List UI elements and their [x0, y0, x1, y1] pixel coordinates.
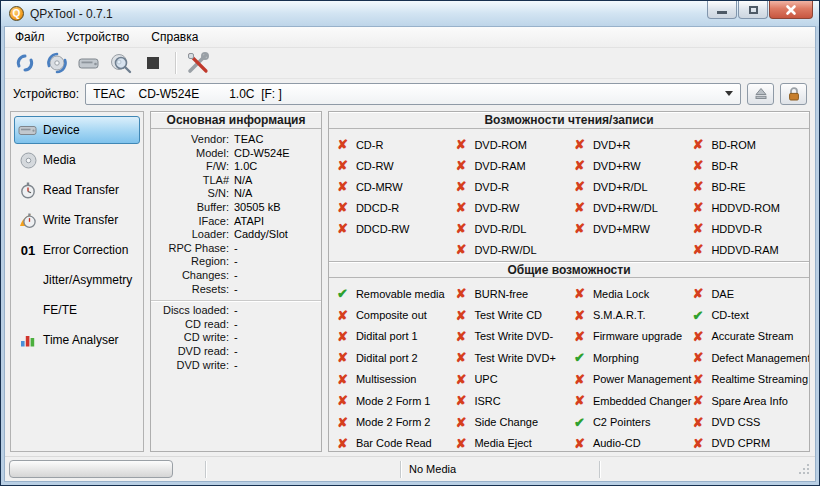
close-button[interactable] — [769, 1, 813, 19]
sidebar-item-read-transfer[interactable]: Read Transfer — [14, 176, 140, 204]
lock-button[interactable] — [780, 83, 807, 105]
capability-label: Removable media — [356, 288, 445, 300]
device-select[interactable]: TEAC CD-W524E 1.0C [F: ] — [85, 83, 741, 105]
info-row: Loader: Caddy/Slot — [153, 228, 319, 242]
media-refresh-button[interactable] — [43, 50, 71, 76]
capability-item: ✘DVD+RW/DL — [570, 197, 689, 218]
cross-icon: ✘ — [456, 437, 467, 450]
eject-button[interactable] — [747, 83, 774, 105]
sidebar-item-label: Read Transfer — [43, 183, 119, 197]
capability-label: DVD+RW — [593, 160, 641, 172]
cross-icon: ✘ — [574, 330, 585, 343]
write-stopwatch-icon — [18, 212, 38, 229]
capability-label: Didital port 2 — [356, 352, 418, 364]
capability-label: DVD CPRM — [711, 437, 770, 449]
app-logo-icon: Q — [9, 6, 24, 21]
capability-label: CD-MRW — [356, 181, 403, 193]
menu-file[interactable]: Файл — [15, 30, 45, 44]
capability-label: DVD-RW — [474, 202, 519, 214]
sidebar-item-media[interactable]: Media — [14, 146, 140, 174]
gen-col-2: ✘BURN-free✘Test Write CD✘Test Write DVD-… — [452, 283, 571, 452]
drive-icon — [77, 53, 101, 73]
info-row-value: CD-W524E — [234, 147, 319, 161]
capability-item: ✘ISRC — [452, 390, 571, 411]
info-row-value: Caddy/Slot — [234, 228, 319, 242]
info-row-value: - — [234, 269, 319, 283]
capability-item: ✘HDDVD-ROM — [689, 197, 808, 218]
qpxtool-window: Q QPxTool - 0.7.1 Файл Устройство Справк… — [0, 0, 820, 486]
scan-button[interactable] — [107, 50, 135, 76]
capability-item: ✔CD-text — [689, 304, 808, 325]
cross-icon: ✘ — [456, 394, 467, 407]
cross-icon: ✘ — [693, 330, 704, 343]
capability-item: ✔C2 Pointers — [570, 411, 689, 432]
sidebar: Device Media Read Transfer — [10, 111, 144, 452]
menu-help[interactable]: Справка — [151, 30, 198, 44]
sidebar-item-time-analyser[interactable]: Time Analyser — [14, 326, 140, 354]
capability-label: DDCD-RW — [356, 223, 410, 235]
cross-icon: ✘ — [693, 243, 704, 256]
resize-grip[interactable] — [798, 461, 810, 479]
sidebar-item-fe-te[interactable]: FE/TE — [14, 296, 140, 324]
rw-col-1: ✘CD-R✘CD-RW✘CD-MRW✘DDCD-R✘DDCD-RW — [333, 134, 452, 260]
capability-item: ✘Media Lock — [570, 283, 689, 304]
info-row-value: - — [234, 242, 319, 256]
sidebar-item-label: Error Correction — [43, 243, 128, 257]
sidebar-item-device[interactable]: Device — [14, 116, 140, 144]
capability-label: Realtime Streaming — [711, 373, 808, 385]
capability-item: ✘Spare Area Info — [689, 390, 808, 411]
maximize-button[interactable] — [738, 1, 768, 19]
capability-item: ✘BURN-free — [452, 283, 571, 304]
toolbar — [5, 48, 815, 79]
capability-item: ✔Morphing — [570, 347, 689, 368]
capability-item: ✘CD-MRW — [333, 176, 452, 197]
chevron-down-icon — [725, 91, 733, 96]
statusbar-media-section: No Media — [401, 457, 599, 481]
cross-icon: ✘ — [456, 201, 467, 214]
stop-button[interactable] — [139, 50, 167, 76]
cross-icon: ✘ — [456, 138, 467, 151]
minimize-button[interactable] — [707, 1, 737, 19]
drive-button[interactable] — [75, 50, 103, 76]
menu-device[interactable]: Устройство — [67, 30, 130, 44]
refresh-button[interactable] — [11, 50, 39, 76]
cross-icon: ✘ — [337, 201, 348, 214]
capability-label: Didital port 1 — [356, 330, 418, 342]
cross-icon: ✘ — [693, 351, 704, 364]
sidebar-item-label: Write Transfer — [43, 213, 118, 227]
gen-col-1: ✔Removable media✘Composite out✘Didital p… — [333, 283, 452, 452]
capability-item: ✔Removable media — [333, 283, 452, 304]
sidebar-item-write-transfer[interactable]: Write Transfer — [14, 206, 140, 234]
rw-capabilities-title: Возможности чтения/записи — [329, 112, 809, 129]
capability-label: HDDVD-ROM — [711, 202, 779, 214]
window-title: QPxTool - 0.7.1 — [30, 7, 113, 21]
cross-icon: ✘ — [693, 180, 704, 193]
cross-icon: ✘ — [693, 222, 704, 235]
capability-item: ✘Test Write DVD+ — [452, 347, 571, 368]
cross-icon: ✘ — [456, 309, 467, 322]
capability-label: CD-text — [711, 309, 748, 321]
capability-item: ✘DDCD-R — [333, 197, 452, 218]
maximize-icon — [749, 6, 758, 14]
info-row: CD write: - — [153, 331, 319, 345]
info-row-value: - — [234, 345, 319, 359]
stopwatch-icon — [18, 182, 38, 199]
capability-label: Defect Management — [711, 352, 810, 364]
info-separator — [151, 300, 321, 301]
gen-col-3: ✘Media Lock✘S.M.A.R.T.✘Firmware upgrade✔… — [570, 283, 689, 452]
capability-label: Media Eject — [474, 437, 531, 449]
cross-icon: ✘ — [693, 416, 704, 429]
sidebar-item-jitter-asymmetry[interactable]: Jitter/Asymmetry — [14, 266, 140, 294]
info-row-label: Region: — [153, 255, 229, 269]
sidebar-item-error-correction[interactable]: 01 Error Correction — [14, 236, 140, 264]
info-row: Changes: - — [153, 269, 319, 283]
main-content: Device Media Read Transfer — [5, 108, 815, 456]
capability-item: ✘Test Write DVD- — [452, 326, 571, 347]
check-icon: ✔ — [693, 309, 704, 322]
general-capabilities-grid: ✔Removable media✘Composite out✘Didital p… — [329, 278, 809, 452]
capability-label: DVD+RW/DL — [593, 202, 658, 214]
info-row-value: - — [234, 255, 319, 269]
resize-grip-icon — [798, 463, 810, 475]
preferences-button[interactable] — [184, 50, 212, 76]
cross-icon: ✘ — [574, 138, 585, 151]
